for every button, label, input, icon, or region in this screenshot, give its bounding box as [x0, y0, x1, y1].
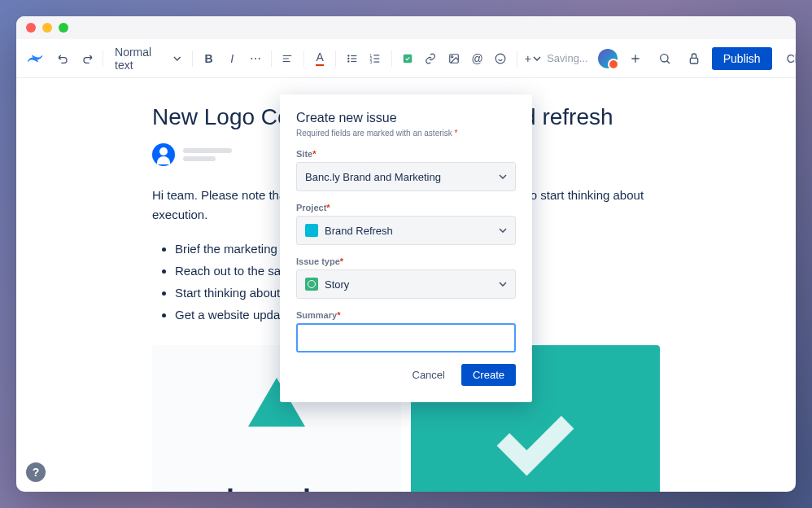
summary-label: Summary*	[296, 310, 516, 320]
chevron-down-icon	[499, 282, 507, 287]
site-select[interactable]: Banc.ly Brand and Marketing	[296, 162, 516, 191]
issue-type-select[interactable]: Story	[296, 269, 516, 299]
required-hint: Required fields are marked with an aster…	[296, 129, 516, 138]
issue-type-value: Story	[325, 278, 349, 291]
chevron-down-icon	[499, 228, 507, 233]
project-icon	[305, 224, 318, 237]
modal-overlay: Create new issue Required fields are mar…	[16, 16, 796, 492]
create-issue-modal: Create new issue Required fields are mar…	[280, 94, 532, 402]
summary-input[interactable]	[296, 323, 516, 353]
app-window: Normal text B I ⋯ A 123	[16, 16, 796, 492]
chevron-down-icon	[499, 174, 507, 179]
story-icon	[305, 278, 318, 291]
issue-type-label: Issue type*	[296, 256, 516, 266]
create-button[interactable]: Create	[461, 364, 516, 386]
site-label: Site*	[296, 149, 516, 159]
project-select[interactable]: Brand Refresh	[296, 216, 516, 245]
project-value: Brand Refresh	[325, 225, 393, 237]
project-label: Project*	[296, 203, 516, 212]
cancel-button[interactable]: Cancel	[403, 364, 455, 386]
site-value: Banc.ly Brand and Marketing	[305, 171, 441, 183]
modal-title: Create new issue	[296, 111, 516, 125]
